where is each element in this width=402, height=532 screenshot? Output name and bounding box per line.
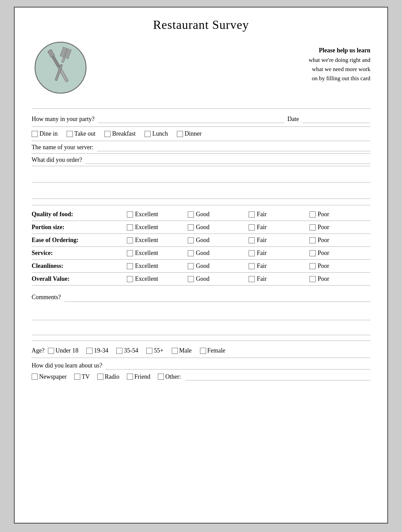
learn-other-cb[interactable] — [158, 374, 164, 380]
age-1934-label: 19-34 — [94, 347, 108, 354]
restaurant-logo-icon — [32, 39, 89, 97]
party-field[interactable] — [98, 115, 284, 123]
take-out-checkbox[interactable] — [67, 131, 73, 137]
learn-other-field[interactable] — [185, 373, 370, 380]
rating-row-service: Service: Excellent Good Fair Poor — [32, 247, 370, 260]
cleanliness-excellent[interactable]: Excellent — [127, 262, 188, 270]
party-date-row: How many in your party? Date — [32, 111, 370, 127]
rating-options-service: Excellent Good Fair Poor — [127, 250, 370, 257]
dine-in-checkbox[interactable] — [32, 131, 38, 137]
age-3554-cb[interactable] — [116, 348, 122, 354]
portion-fair[interactable]: Fair — [249, 224, 309, 231]
date-field[interactable] — [302, 115, 370, 123]
learn-friend-label: Friend — [134, 373, 150, 380]
learn-field[interactable] — [105, 361, 370, 370]
portion-excellent[interactable]: Excellent — [127, 224, 188, 231]
value-good[interactable]: Good — [188, 275, 249, 282]
rating-label-service: Service: — [32, 250, 127, 257]
food-poor-label: Poor — [318, 211, 329, 218]
date-label: Date — [287, 116, 299, 123]
ordering-good[interactable]: Good — [188, 237, 249, 244]
food-poor[interactable]: Poor — [309, 211, 370, 218]
order-field[interactable] — [85, 156, 370, 164]
gender-male-cb[interactable] — [172, 348, 178, 354]
ordering-fair[interactable]: Fair — [249, 237, 309, 244]
learn-newspaper-cb[interactable] — [32, 374, 38, 380]
tagline-rest: what we're doing right andwhat we need m… — [308, 57, 370, 82]
service-fair[interactable]: Fair — [249, 250, 309, 257]
food-fair[interactable]: Fair — [249, 211, 309, 218]
rating-label-value: Overall Value: — [32, 275, 127, 282]
gender-female-cb[interactable] — [200, 348, 206, 354]
checkbox-lunch[interactable]: Lunch — [145, 130, 168, 137]
age-55plus-cb[interactable] — [146, 348, 152, 354]
learn-other-label: Other: — [165, 373, 181, 380]
gender-female-label: Female — [207, 347, 225, 354]
order-label: What did you order? — [32, 156, 82, 164]
ratings-section: Quality of food: Excellent Good Fair Poo… — [32, 208, 370, 286]
age-1934-cb[interactable] — [86, 348, 93, 354]
rating-label-cleanliness: Cleanliness: — [32, 262, 127, 270]
learn-label: How did you learn about us? — [32, 362, 102, 369]
food-fair-label: Fair — [257, 211, 267, 218]
ordering-excellent[interactable]: Excellent — [127, 237, 188, 244]
meal-type-row: Dine in Take out Breakfast Lunch Dinner — [32, 127, 370, 141]
age-under18-cb[interactable] — [48, 348, 54, 354]
server-name-field[interactable] — [97, 143, 370, 151]
food-poor-cb[interactable] — [309, 211, 316, 218]
dine-in-label: Dine in — [39, 130, 58, 137]
cleanliness-poor[interactable]: Poor — [309, 262, 370, 270]
server-name-row: The name of your server: — [32, 141, 370, 154]
checkbox-take-out[interactable]: Take out — [67, 130, 96, 137]
service-good[interactable]: Good — [188, 250, 249, 257]
food-excellent[interactable]: Excellent — [127, 211, 188, 218]
survey-card: Restaurant Survey — [14, 7, 388, 524]
server-name-label: The name of your server: — [32, 144, 94, 151]
age-under18-label: Under 18 — [55, 347, 78, 354]
checkbox-breakfast[interactable]: Breakfast — [104, 130, 136, 137]
value-poor[interactable]: Poor — [309, 275, 370, 282]
rating-row-food: Quality of food: Excellent Good Fair Poo… — [32, 208, 370, 221]
gender-male-label: Male — [179, 347, 192, 354]
learn-tv-cb[interactable] — [74, 374, 80, 380]
tagline-bold: Please help us learn — [319, 47, 371, 54]
rating-options-food: Excellent Good Fair Poor — [127, 211, 370, 218]
lunch-checkbox[interactable] — [145, 131, 151, 137]
take-out-label: Take out — [74, 130, 96, 137]
tagline: Please help us learn what we're doing ri… — [100, 39, 370, 83]
rating-options-value: Excellent Good Fair Poor — [127, 275, 370, 282]
age-row: Age? Under 18 19-34 35-54 55+ Male Femal… — [32, 344, 370, 358]
service-excellent[interactable]: Excellent — [127, 250, 188, 257]
comments-field[interactable] — [64, 294, 370, 302]
learn-options: Newspaper TV Radio Friend Other: — [32, 373, 370, 380]
age-3554-label: 35-54 — [124, 347, 138, 354]
checkbox-dinner[interactable]: Dinner — [177, 130, 202, 137]
rating-options-cleanliness: Excellent Good Fair Poor — [127, 262, 370, 270]
checkbox-dine-in[interactable]: Dine in — [32, 130, 58, 137]
rating-row-ordering: Ease of Ordering: Excellent Good Fair Po… — [32, 234, 370, 247]
food-good[interactable]: Good — [188, 211, 249, 218]
learn-tv-label: TV — [82, 373, 90, 380]
cleanliness-good[interactable]: Good — [188, 262, 249, 270]
food-fair-cb[interactable] — [249, 211, 255, 218]
extra-line-2 — [32, 189, 370, 199]
learn-radio-label: Radio — [105, 373, 119, 380]
dinner-checkbox[interactable] — [177, 131, 183, 137]
portion-poor[interactable]: Poor — [309, 224, 370, 231]
learn-friend-cb[interactable] — [127, 374, 133, 380]
service-poor[interactable]: Poor — [309, 250, 370, 257]
value-excellent[interactable]: Excellent — [127, 275, 188, 282]
extra-line-1 — [32, 172, 370, 183]
order-row: What did you order? — [32, 154, 370, 166]
food-excellent-cb[interactable] — [127, 211, 133, 218]
rating-options-ordering: Excellent Good Fair Poor — [127, 237, 370, 244]
cleanliness-fair[interactable]: Fair — [249, 262, 309, 270]
portion-good[interactable]: Good — [188, 224, 249, 231]
learn-radio-cb[interactable] — [97, 374, 103, 380]
ordering-poor[interactable]: Poor — [309, 237, 370, 244]
rating-label-portion: Portion size: — [32, 224, 127, 231]
breakfast-checkbox[interactable] — [104, 131, 111, 137]
food-good-cb[interactable] — [188, 211, 194, 218]
value-fair[interactable]: Fair — [249, 275, 309, 282]
age-55plus-label: 55+ — [154, 347, 163, 354]
